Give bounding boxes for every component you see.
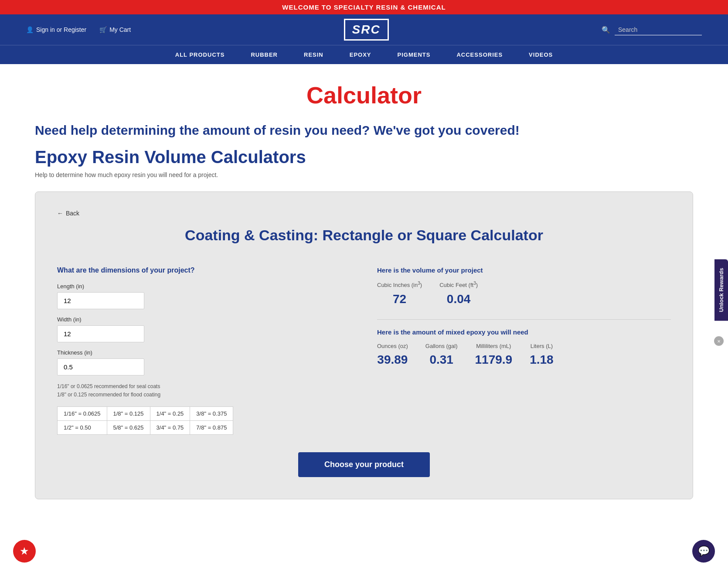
back-arrow-icon: ←	[57, 210, 63, 217]
hint-text: 1/16" or 0.0625 recommended for seal coa…	[57, 382, 351, 399]
volume-cols: Cubic Inches (in3) 72 Cubic Feet (ft3) 0…	[377, 281, 671, 306]
cubic-inches-label: Cubic Inches (in3)	[377, 281, 422, 288]
section-title: Epoxy Resin Volume Calculators	[35, 147, 693, 167]
gallons-col: Gallons (gal) 0.31	[425, 343, 458, 367]
banner-text: WELCOME TO SPECIALTY RESIN & CHEMICAL	[282, 3, 446, 11]
calc-heading: Coating & Casting: Rectangle or Square C…	[57, 225, 671, 245]
header-logo: SRC	[344, 19, 389, 41]
calc-inner: What are the dimensions of your project?…	[57, 266, 671, 434]
star-icon: ★	[20, 545, 29, 557]
fraction-cell: 1/8" = 0.125	[107, 406, 150, 420]
liters-col: Liters (L) 1.18	[530, 343, 554, 367]
section-desc: Help to determine how much epoxy resin y…	[35, 171, 693, 178]
liters-label: Liters (L)	[531, 343, 553, 349]
fraction-cell: 3/8" = 0.375	[190, 406, 233, 420]
calc-right: Here is the volume of your project Cubic…	[377, 266, 671, 434]
top-banner: WELCOME TO SPECIALTY RESIN & CHEMICAL	[0, 0, 728, 14]
nav-pigments[interactable]: PIGMENTS	[398, 51, 431, 58]
calculator-box: ← Back Coating & Casting: Rectangle or S…	[35, 191, 693, 499]
page-content: Calculator Need help determining the amo…	[0, 64, 728, 517]
epoxy-cols: Ounces (oz) 39.89 Gallons (gal) 0.31 Mil…	[377, 343, 671, 367]
header-right: 🔍	[602, 24, 702, 35]
epoxy-results-section: Here is the amount of mixed epoxy you wi…	[377, 328, 671, 367]
cubic-inches-value: 72	[393, 292, 406, 306]
width-label: Width (in)	[57, 316, 351, 323]
liters-value: 1.18	[530, 353, 554, 367]
fraction-cell: 1/2" = 0.50	[58, 420, 107, 434]
logo: SRC	[344, 19, 389, 41]
nav-videos[interactable]: VIDEOS	[529, 51, 553, 58]
gallons-value: 0.31	[429, 353, 453, 367]
page-subtitle: Need help determining the amount of resi…	[35, 122, 693, 139]
ounces-col: Ounces (oz) 39.89	[377, 343, 408, 367]
volume-results-section: Here is the volume of your project Cubic…	[377, 266, 671, 306]
navbar: ALL PRODUCTS RUBBER RESIN EPOXY PIGMENTS…	[0, 45, 728, 64]
choose-product-container: Choose your product	[57, 452, 671, 477]
page-title: Calculator	[35, 82, 693, 109]
fraction-cell: 5/8" = 0.625	[107, 420, 150, 434]
cubic-feet-col: Cubic Feet (ft3) 0.04	[439, 281, 478, 306]
nav-accessories[interactable]: ACCESSORIES	[456, 51, 503, 58]
milliliters-value: 1179.9	[475, 353, 513, 367]
chat-icon: 💬	[698, 546, 710, 557]
cart-icon: 🛒	[99, 26, 107, 33]
divider	[377, 319, 671, 320]
favorites-button[interactable]: ★	[13, 540, 36, 563]
cart-link[interactable]: 🛒 My Cart	[99, 26, 131, 33]
header-left: 👤 Sign in or Register 🛒 My Cart	[26, 26, 131, 33]
thickness-input[interactable]	[57, 358, 144, 375]
cubic-feet-value: 0.04	[447, 292, 471, 306]
back-link[interactable]: ← Back	[57, 210, 79, 217]
gallons-label: Gallons (gal)	[425, 343, 458, 349]
fraction-cell: 1/4" = 0.25	[150, 406, 190, 420]
width-input[interactable]	[57, 325, 144, 342]
nav-resin[interactable]: RESIN	[304, 51, 323, 58]
length-input[interactable]	[57, 292, 144, 309]
milliliters-label: Milliliters (mL)	[476, 343, 511, 349]
user-icon: 👤	[26, 26, 34, 33]
thickness-label: Thickness (in)	[57, 349, 351, 356]
ounces-value: 39.89	[377, 353, 408, 367]
fraction-cell: 7/8" = 0.875	[190, 420, 233, 434]
fractions-table: 1/16" = 0.0625 1/8" = 0.125 1/4" = 0.25 …	[57, 406, 233, 435]
calc-left: What are the dimensions of your project?…	[57, 266, 351, 434]
search-icon: 🔍	[602, 26, 610, 34]
volume-title: Here is the volume of your project	[377, 266, 671, 274]
cubic-inches-col: Cubic Inches (in3) 72	[377, 281, 422, 306]
nav-all-products[interactable]: ALL PRODUCTS	[175, 51, 225, 58]
unlock-rewards-widget[interactable]: Unlock Rewards	[714, 259, 728, 321]
nav-epoxy[interactable]: EPOXY	[350, 51, 371, 58]
fraction-cell: 1/16" = 0.0625	[58, 406, 107, 420]
ounces-label: Ounces (oz)	[377, 343, 408, 349]
nav-rubber[interactable]: RUBBER	[251, 51, 278, 58]
dimensions-title: What are the dimensions of your project?	[57, 266, 351, 274]
epoxy-title: Here is the amount of mixed epoxy you wi…	[377, 328, 671, 336]
sign-in-link[interactable]: 👤 Sign in or Register	[26, 26, 86, 33]
choose-product-button[interactable]: Choose your product	[298, 452, 430, 477]
header: 👤 Sign in or Register 🛒 My Cart SRC 🔍	[0, 14, 728, 45]
fraction-cell: 3/4" = 0.75	[150, 420, 190, 434]
cubic-feet-label: Cubic Feet (ft3)	[439, 281, 478, 288]
length-label: Length (in)	[57, 283, 351, 290]
chat-button[interactable]: 💬	[692, 540, 715, 563]
search-input[interactable]	[615, 24, 702, 35]
milliliters-col: Milliliters (mL) 1179.9	[475, 343, 513, 367]
